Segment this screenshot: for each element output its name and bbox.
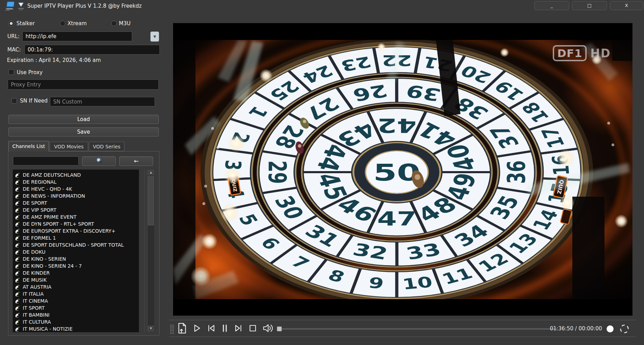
channel-list-item[interactable]: IT SPORT (13, 304, 139, 311)
channel-name: DE SPORT DEUTSCHLAND - SPORT TOTAL (23, 242, 124, 248)
channel-name: DE REGIONAL (23, 179, 57, 185)
play-icon (192, 323, 202, 335)
channel-list-item[interactable]: DE DYN SPORT - RTL+ SPORT (13, 220, 139, 227)
channel-list-item[interactable]: DE REGIONAL (13, 178, 139, 185)
channel-list-item[interactable]: IT CULTURA (13, 318, 139, 325)
channel-name: DE KINO - SERIEN 24 - 7 (23, 263, 82, 269)
save-button[interactable]: Save (8, 127, 159, 136)
load-button[interactable]: Load (8, 115, 159, 124)
search-input[interactable] (13, 156, 79, 166)
satellite-icon (15, 277, 20, 283)
channel-list-item[interactable]: DE KINO - SERIEN (13, 255, 139, 262)
url-history-dropdown[interactable]: ▼ (150, 31, 159, 42)
channel-name: DE AMZ PRIME EVENT (23, 214, 77, 220)
radio-xtream[interactable] (60, 21, 65, 26)
satellite-icon (15, 242, 20, 248)
sn-custom-input[interactable] (50, 97, 155, 106)
tab-vod-movies[interactable]: VOD Movies (50, 142, 88, 151)
channel-list-item[interactable]: IT BAMBINI (13, 311, 139, 318)
record-button[interactable] (606, 325, 614, 333)
proxy-input[interactable] (8, 79, 159, 90)
open-file-icon (177, 323, 187, 335)
sn-label[interactable]: SN If Need (20, 98, 48, 104)
letterbox-bottom (173, 299, 632, 316)
satellite-icon (15, 172, 20, 178)
channel-list-item[interactable]: DE DOKU (13, 248, 139, 255)
channel-name: DE EUROSPORT EXTRA - DISCOVERY+ (23, 228, 115, 234)
open-file-button[interactable] (177, 323, 188, 335)
stop-button[interactable] (247, 323, 258, 335)
use-proxy-checkbox[interactable] (8, 69, 14, 75)
minimize-button[interactable]: _ (534, 1, 569, 10)
channel-name: IT MUSICA - NOTIZIE (23, 326, 73, 332)
titlebar-menu-icon[interactable] (16, 2, 26, 11)
scroll-thumb[interactable] (148, 176, 154, 225)
tab-vod-series[interactable]: VOD Series (89, 142, 124, 151)
radio-stalker-label[interactable]: Stalker (16, 20, 35, 27)
channel-list-item[interactable]: DE HEVC - QHD - 4K (13, 185, 139, 192)
fullscreen-button[interactable] (620, 324, 629, 334)
satellite-icon (15, 221, 20, 227)
channel-name: DE DOKU (23, 249, 45, 255)
radio-m3u-label[interactable]: M3U (119, 20, 130, 27)
window-title: Super IPTV Player Plus V 1.2.8 @by Freek… (27, 3, 142, 9)
maximize-button[interactable]: □ (572, 1, 607, 10)
channel-list-item[interactable]: DE AMZ PRIME EVENT (13, 213, 139, 220)
channels-scrollbar[interactable]: ▲ ▼ (147, 169, 154, 332)
url-input[interactable] (22, 31, 132, 41)
radio-m3u[interactable] (111, 21, 117, 26)
channel-name: IT BAMBINI (23, 312, 50, 318)
satellite-icon (15, 270, 20, 276)
channel-list-item[interactable]: DE EUROSPORT EXTRA - DISCOVERY+ (13, 227, 139, 234)
satellite-icon (15, 312, 20, 318)
next-button[interactable] (233, 323, 244, 335)
channel-name: DE SPORT (23, 200, 47, 206)
sn-checkbox[interactable] (12, 98, 17, 104)
channel-name: IT ITALIA (23, 291, 44, 297)
search-back-button[interactable]: ← (119, 156, 153, 166)
satellite-icon (15, 207, 20, 213)
channel-list-item[interactable]: DE FORMEL 1 (13, 234, 139, 241)
search-button[interactable] (82, 156, 116, 166)
channel-list-item[interactable]: DE KINDER (13, 269, 139, 276)
volume-slider-thumb[interactable] (277, 326, 282, 331)
channel-list-item[interactable]: AT AUSTRIA (13, 283, 139, 290)
channel-list-item[interactable]: DE MUSIK (13, 276, 139, 283)
close-button[interactable]: X (610, 1, 643, 10)
channel-name: IT CINEMA (23, 298, 48, 304)
controls-separator-bottom (169, 337, 636, 337)
satellite-icon (15, 298, 20, 304)
satellite-icon (15, 319, 20, 325)
toolbar-drag-handle[interactable] (170, 324, 174, 334)
channel-list-item[interactable]: IT CINEMA (13, 297, 139, 304)
radio-stalker[interactable] (8, 21, 14, 26)
channel-list-item[interactable]: DE AMZ DEUTSCHLAND (13, 171, 139, 178)
radio-xtream-label[interactable]: Xtream (67, 20, 87, 27)
scroll-up-button[interactable]: ▲ (148, 170, 154, 175)
mac-input[interactable] (24, 45, 160, 55)
scroll-down-button[interactable]: ▼ (148, 326, 154, 331)
previous-button[interactable] (206, 323, 217, 335)
volume-button[interactable] (262, 323, 276, 335)
channel-name: IT SPORT (23, 305, 45, 311)
use-proxy-label[interactable]: Use Proxy (17, 69, 43, 76)
play-button[interactable] (191, 323, 202, 335)
volume-icon (262, 323, 275, 335)
channel-name: DE KINO - SERIEN (23, 256, 66, 262)
channel-list-item[interactable]: DE SPORT (13, 199, 139, 206)
search-icon (96, 157, 102, 165)
channel-list-item[interactable]: DE KINO - SERIEN 24 - 7 (13, 262, 139, 269)
channel-list-item[interactable]: DE SPORT DEUTSCHLAND - SPORT TOTAL (13, 241, 139, 248)
channel-name: DE AMZ DEUTSCHLAND (23, 172, 81, 178)
channel-list-item[interactable]: IT MUSICA - NOTIZIE (13, 325, 139, 332)
expiration-text: Expiration : April 14, 2026, 4:06 am (7, 57, 101, 63)
satellite-icon (15, 249, 20, 255)
channel-list-item[interactable]: IT ITALIA (13, 290, 139, 297)
playback-time: 01:36:50 / 00:00:00 (549, 325, 602, 332)
video-player[interactable]: 4041424344454647484926272829303132333435… (173, 23, 632, 316)
tab-channels-list[interactable]: Channels List (8, 141, 49, 152)
volume-slider-track[interactable] (282, 328, 557, 330)
channel-list-item[interactable]: DE VIP SPORT (13, 206, 139, 213)
pause-button[interactable] (219, 323, 230, 335)
channel-list-item[interactable]: DE NEWS - INFORMATION (13, 192, 139, 199)
